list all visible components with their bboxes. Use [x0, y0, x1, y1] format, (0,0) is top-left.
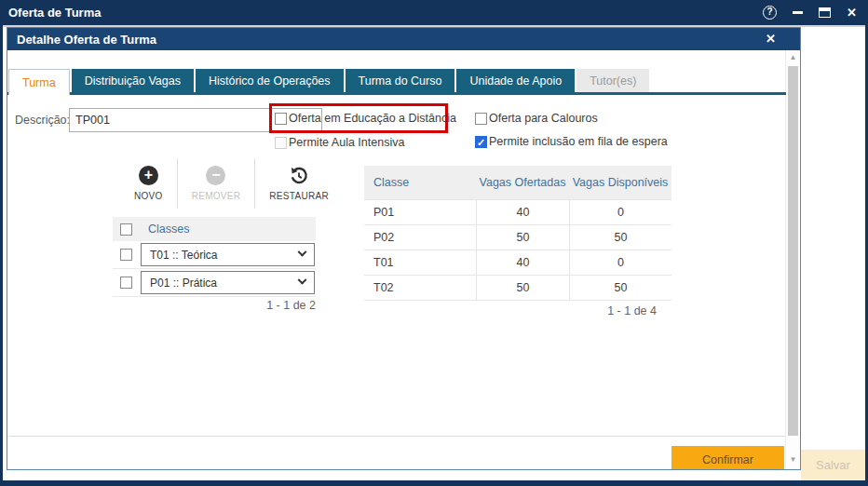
- tab-historico-operacoes[interactable]: Histórico de Operações: [196, 69, 344, 92]
- vagas-table: Classe Vagas Ofertadas Vagas Disponíveis…: [364, 166, 671, 301]
- checkbox-row-fila-espera[interactable]: Permite inclusão em fila de espera: [475, 135, 668, 148]
- scrollbar-down-icon[interactable]: ▼: [786, 455, 800, 464]
- window-titlebar: Oferta de Turma ? ✕: [0, 0, 868, 25]
- help-icon[interactable]: ?: [763, 6, 777, 20]
- tab-turma-do-curso[interactable]: Turma do Curso: [346, 69, 455, 92]
- calouros-checkbox[interactable]: [475, 113, 487, 125]
- table-cell: 50: [569, 224, 671, 250]
- ead-checkbox[interactable]: [275, 113, 287, 125]
- novo-button[interactable]: + NOVO: [120, 158, 177, 209]
- maximize-icon[interactable]: [819, 7, 831, 18]
- descricao-label: Descrição:: [15, 114, 70, 127]
- calouros-checkbox-label: Oferta para Calouros: [489, 112, 598, 125]
- class-p01-select-value: P01 :: Prática: [150, 277, 217, 290]
- class-p01-select[interactable]: P01 :: Prática: [141, 271, 315, 294]
- dialog-close-icon[interactable]: ✕: [766, 28, 776, 50]
- dialog-detalhe-oferta: Detalhe Oferta de Turma ✕ Turma Distribu…: [7, 27, 801, 470]
- classes-header-label: Classes: [148, 223, 189, 236]
- classes-list-header: Classes: [113, 217, 316, 241]
- table-cell: 50: [569, 275, 671, 300]
- salvar-button: Salvar: [801, 450, 865, 480]
- classes-select-all-checkbox[interactable]: [120, 223, 132, 236]
- class-row-t01: T01 :: Teórica: [113, 241, 316, 269]
- footer-divider: [8, 436, 786, 437]
- checkbox-row-intensiva: Permite Aula Intensiva: [275, 136, 404, 149]
- app-window: Oferta de Turma ? ✕ Detalhe Oferta de Tu…: [0, 0, 868, 486]
- table-cell: 0: [569, 250, 671, 275]
- restore-icon: [289, 166, 309, 190]
- minus-circle-icon: −: [206, 166, 225, 185]
- scrollbar-up-icon[interactable]: ▲: [786, 53, 800, 61]
- window-border-left: [0, 0, 3, 486]
- table-cell: 50: [476, 275, 569, 300]
- vagas-table-pagination: 1 - 1 de 4: [364, 304, 657, 317]
- column-header-classe: Classe: [364, 166, 476, 199]
- minimize-icon[interactable]: [793, 11, 803, 14]
- chevron-down-icon: [298, 276, 307, 285]
- restaurar-button-label: RESTAURAR: [269, 191, 329, 201]
- checkbox-row-calouros[interactable]: Oferta para Calouros: [475, 112, 598, 125]
- tab-turma[interactable]: Turma: [8, 69, 70, 95]
- class-t01-select-value: T01 :: Teórica: [150, 249, 217, 262]
- scrollbar-thumb[interactable]: [788, 66, 798, 436]
- table-cell: 40: [476, 199, 569, 224]
- fila-espera-checkbox[interactable]: [475, 136, 487, 148]
- table-cell: T02: [364, 275, 476, 300]
- class-row-p01: P01 :: Prática: [113, 269, 316, 297]
- window-title: Oferta de Turma: [8, 6, 101, 20]
- remover-button-label: REMOVER: [192, 191, 241, 201]
- classes-pagination: 1 - 1 de 2: [113, 299, 316, 312]
- novo-button-label: NOVO: [134, 191, 163, 201]
- class-t01-checkbox[interactable]: [120, 249, 132, 261]
- table-cell: P02: [364, 224, 476, 250]
- ead-checkbox-label: Oferta em Educação a Distância: [289, 112, 456, 125]
- plus-circle-icon: +: [139, 166, 158, 185]
- table-cell: 50: [476, 224, 569, 250]
- fila-espera-checkbox-label: Permite inclusão em fila de espera: [489, 135, 668, 148]
- window-border-bottom: [0, 480, 868, 486]
- intensiva-checkbox: [275, 137, 287, 149]
- column-header-vagas-ofertadas: Vagas Ofertadas: [476, 166, 569, 199]
- tab-bar: Turma Distribuição Vagas Histórico de Op…: [8, 69, 649, 95]
- window-controls: ? ✕: [763, 0, 857, 25]
- confirmar-button[interactable]: Confirmar: [671, 446, 784, 470]
- table-cell: P01: [364, 199, 476, 224]
- tab-tutores: Tutor(es): [576, 69, 649, 92]
- dialog-header: Detalhe Oferta de Turma ✕: [7, 28, 800, 50]
- tab-distribuicao-vagas[interactable]: Distribuição Vagas: [72, 69, 194, 92]
- chevron-down-icon: [298, 248, 307, 257]
- table-cell: 40: [476, 250, 569, 275]
- class-p01-checkbox[interactable]: [120, 277, 132, 289]
- table-cell: 0: [569, 199, 671, 224]
- vertical-scrollbar[interactable]: ▲ ▼: [785, 50, 800, 469]
- intensiva-checkbox-label: Permite Aula Intensiva: [289, 136, 404, 149]
- dialog-title: Detalhe Oferta de Turma: [17, 33, 156, 47]
- class-t01-select[interactable]: T01 :: Teórica: [141, 243, 315, 266]
- window-close-icon[interactable]: ✕: [847, 0, 857, 25]
- restaurar-button[interactable]: RESTAURAR: [254, 158, 343, 209]
- remover-button: − REMOVER: [177, 158, 255, 209]
- table-cell: T01: [364, 250, 476, 275]
- checkbox-row-ead[interactable]: Oferta em Educação a Distância: [275, 112, 456, 125]
- column-header-vagas-disponiveis: Vagas Disponíveis: [569, 166, 671, 199]
- classes-toolbar: + NOVO − REMOVER RESTAURAR: [120, 158, 343, 209]
- tab-unidade-apoio[interactable]: Unidade de Apoio: [456, 69, 575, 92]
